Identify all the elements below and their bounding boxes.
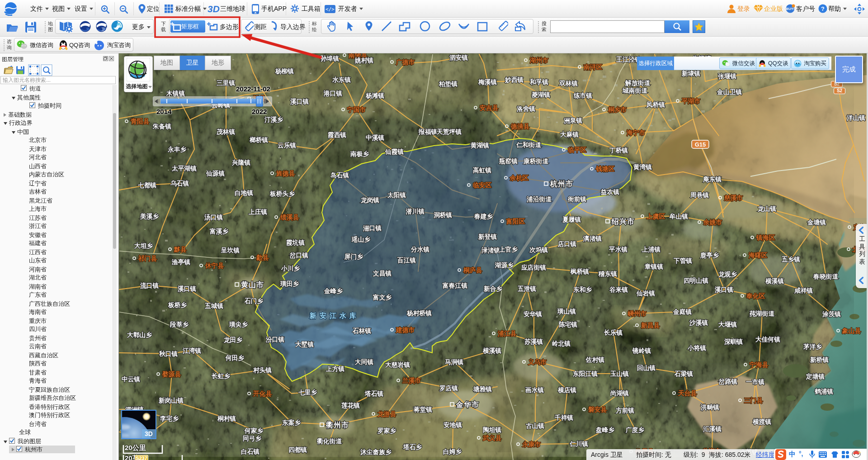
- svg-text:衢化街道: 衢化街道: [316, 438, 342, 445]
- svg-text:潜川镇: 潜川镇: [406, 208, 425, 215]
- svg-text:湖州市: 湖州市: [529, 57, 549, 64]
- svg-text:白地镇: 白地镇: [235, 190, 254, 196]
- svg-text:枫桥镇: 枫桥镇: [570, 268, 590, 275]
- svg-text:马涧镇: 马涧镇: [445, 359, 464, 365]
- svg-text:璜山镇: 璜山镇: [557, 308, 576, 315]
- svg-text:龙岗镇: 龙岗镇: [360, 197, 380, 204]
- svg-text:梅溪镇: 梅溪镇: [478, 79, 497, 86]
- svg-text:旌德县: 旌德县: [276, 170, 295, 177]
- svg-text:秋口镇: 秋口镇: [159, 351, 178, 357]
- svg-text:石梁镇: 石梁镇: [674, 370, 693, 377]
- svg-text:新昌县: 新昌县: [641, 322, 660, 329]
- svg-text:周巷镇: 周巷镇: [690, 192, 709, 199]
- svg-text:段莘乡: 段莘乡: [170, 321, 189, 328]
- svg-text:岔口镇: 岔口镇: [289, 252, 309, 259]
- svg-text:建德市: 建德市: [396, 327, 415, 333]
- svg-text:大麻镇: 大麻镇: [560, 131, 579, 138]
- svg-text:百江镇: 百江镇: [397, 257, 416, 264]
- svg-text:太平湖镇: 太平湖镇: [171, 165, 197, 172]
- svg-text:杨村桥镇: 杨村桥镇: [406, 310, 432, 317]
- svg-text:练市镇: 练市镇: [573, 92, 593, 99]
- svg-text:渔亭镇: 渔亭镇: [171, 258, 191, 266]
- svg-text:盘峰乡: 盘峰乡: [595, 427, 615, 433]
- svg-text:丁桥镇: 丁桥镇: [609, 147, 628, 154]
- svg-text:涂茨镇: 涂茨镇: [822, 311, 841, 318]
- svg-text:磐安县: 磐安县: [588, 406, 607, 413]
- svg-text:卫星: 卫星: [101, 27, 107, 32]
- svg-text:桐村镇: 桐村镇: [217, 415, 236, 422]
- svg-text:溪口镇: 溪口镇: [177, 285, 197, 293]
- svg-text:中溪镇: 中溪镇: [366, 134, 385, 142]
- svg-text:上虞区: 上虞区: [646, 213, 665, 220]
- svg-text:仙霞镇: 仙霞镇: [385, 148, 404, 155]
- svg-text:桐庐县: 桐庐县: [463, 266, 482, 274]
- svg-text:金山卫镇: 金山卫镇: [717, 89, 742, 95]
- svg-text:七都镇: 七都镇: [138, 182, 157, 189]
- svg-text:三门县: 三门县: [744, 397, 763, 404]
- svg-text:湖源乡: 湖源乡: [495, 262, 514, 269]
- svg-text:浦沿街道: 浦沿街道: [526, 196, 552, 203]
- svg-text:东阳江镇: 东阳江镇: [572, 370, 598, 377]
- svg-text:陈宅镇: 陈宅镇: [559, 321, 578, 328]
- svg-text:岭北镇: 岭北镇: [552, 340, 571, 347]
- svg-text:沙溪镇: 沙溪镇: [689, 319, 708, 327]
- svg-text:新安江水库: 新安江水库: [309, 312, 359, 319]
- svg-text:上浦镇: 上浦镇: [642, 246, 661, 253]
- svg-text:朱备镇: 朱备镇: [152, 123, 172, 130]
- svg-text:衙前镇: 衙前镇: [567, 196, 587, 203]
- svg-text:夏履镇: 夏履镇: [562, 216, 581, 223]
- svg-text:宁海县: 宁海县: [750, 361, 769, 368]
- svg-text:嵊州市: 嵊州市: [627, 310, 647, 317]
- svg-text:板桥头乡: 板桥头乡: [269, 190, 295, 197]
- svg-text:苏溪镇: 苏溪镇: [524, 338, 543, 346]
- svg-text:上方镇: 上方镇: [326, 365, 345, 372]
- svg-text:新岗山镇: 新岗山镇: [158, 397, 184, 404]
- svg-text:方前镇: 方前镇: [615, 407, 635, 414]
- svg-text:瑶山乡: 瑶山乡: [351, 236, 371, 243]
- svg-text:洛舍镇: 洛舍镇: [517, 105, 536, 112]
- svg-text:仁和街道: 仁和街道: [516, 141, 541, 148]
- svg-text:瓶窑镇: 瓶窑镇: [499, 157, 518, 165]
- svg-text:兴隆镇: 兴隆镇: [231, 159, 251, 166]
- svg-text:次坞镇: 次坞镇: [529, 247, 548, 253]
- svg-text:谷来镇: 谷来镇: [609, 286, 628, 293]
- svg-text:杭州市: 杭州市: [550, 180, 573, 188]
- svg-text:解放街道: 解放街道: [625, 80, 650, 87]
- svg-text:霞坑镇: 霞坑镇: [286, 239, 305, 246]
- svg-text:安吉县: 安吉县: [480, 104, 499, 111]
- svg-text:五乡镇: 五乡镇: [781, 256, 801, 263]
- svg-text:江湾镇: 江湾镇: [182, 347, 202, 354]
- svg-text:蒋堂镇: 蒋堂镇: [413, 406, 433, 413]
- svg-text:霞西镇: 霞西镇: [328, 132, 347, 138]
- svg-text:罗家乡: 罗家乡: [377, 427, 396, 434]
- svg-text:五城镇: 五城镇: [204, 303, 224, 309]
- svg-text:金庭镇: 金庭镇: [673, 308, 692, 315]
- svg-text:海曙区: 海曙区: [748, 252, 768, 259]
- svg-text:漓渚镇: 漓渚镇: [583, 235, 602, 242]
- svg-text:横渡镇: 横渡镇: [752, 418, 772, 425]
- svg-text:婺源县: 婺源县: [162, 370, 181, 378]
- svg-text:张堰镇: 张堰镇: [718, 73, 737, 80]
- svg-text:港口镇: 港口镇: [323, 90, 343, 97]
- svg-text:东和乡: 东和乡: [573, 286, 592, 293]
- svg-text:余杭区: 余杭区: [509, 174, 529, 181]
- svg-text:金华市: 金华市: [456, 400, 479, 408]
- svg-text:春晓街道: 春晓街道: [813, 273, 838, 280]
- svg-text:鹿亭乡: 鹿亭乡: [700, 251, 719, 259]
- svg-text:姚村镇: 姚村镇: [354, 57, 374, 64]
- svg-text:古山镇: 古山镇: [526, 422, 545, 429]
- svg-text:尚湖镇: 尚湖镇: [610, 390, 629, 397]
- svg-text:下管镇: 下管镇: [673, 257, 693, 264]
- svg-text:龙山镇: 龙山镇: [757, 205, 777, 212]
- svg-text:武义县: 武义县: [482, 434, 502, 441]
- svg-text:镇海区: 镇海区: [756, 234, 775, 241]
- svg-text:安华镇: 安华镇: [524, 310, 542, 318]
- svg-text:龙观乡: 龙观乡: [718, 271, 737, 278]
- svg-text:定塘镇: 定塘镇: [806, 373, 825, 380]
- svg-text:长虹乡: 长虹乡: [211, 373, 231, 379]
- svg-text:美溪乡: 美溪乡: [140, 213, 159, 220]
- svg-text:大同镇: 大同镇: [355, 359, 374, 365]
- svg-text:临平区: 临平区: [568, 147, 587, 153]
- svg-text:G15: G15: [695, 141, 706, 148]
- svg-text:青阳县: 青阳县: [131, 118, 150, 125]
